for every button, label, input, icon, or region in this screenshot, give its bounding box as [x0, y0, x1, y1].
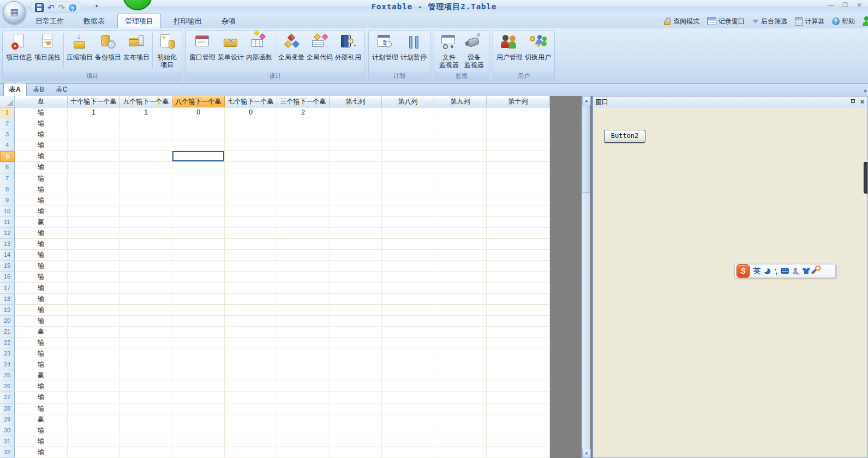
row-header[interactable]: 18 — [0, 294, 15, 305]
table-cell[interactable] — [487, 370, 550, 381]
column-header[interactable]: 九个输下一个赢 — [120, 96, 172, 107]
table-cell[interactable] — [172, 140, 225, 151]
vertical-scrollbar[interactable]: ▴ ▾ — [582, 96, 590, 458]
table-cell[interactable] — [68, 228, 120, 239]
table-cell[interactable] — [382, 305, 434, 316]
ribbon-button-global-variables[interactable]: 全局变量 — [277, 32, 306, 61]
table-cell[interactable] — [330, 414, 382, 425]
table-cell[interactable] — [382, 217, 434, 228]
column-header[interactable]: 八个输下一个赢 — [172, 96, 225, 107]
table-cell[interactable] — [172, 414, 225, 425]
table-cell[interactable] — [68, 381, 120, 392]
table-cell[interactable] — [330, 261, 382, 272]
table-cell[interactable] — [172, 447, 225, 458]
table-cell[interactable] — [330, 107, 382, 118]
table-cell[interactable] — [330, 425, 382, 436]
table-cell[interactable] — [68, 348, 120, 359]
table-cell[interactable] — [330, 239, 382, 250]
column-header[interactable]: 第十列 — [487, 96, 550, 107]
table-cell[interactable] — [487, 414, 550, 425]
row-header[interactable]: 21 — [0, 327, 15, 338]
table-cell[interactable]: 赢 — [15, 414, 68, 425]
table-cell[interactable]: 输 — [15, 283, 68, 294]
table-cell[interactable] — [382, 250, 434, 261]
table-cell[interactable] — [382, 294, 434, 305]
tab-manage-project[interactable]: 管理项目 — [117, 14, 161, 28]
row-header[interactable]: 31 — [0, 436, 15, 447]
review-mode-button[interactable]: 查阅模式 — [664, 17, 699, 26]
table-cell[interactable] — [68, 414, 120, 425]
table-cell[interactable] — [330, 436, 382, 447]
ribbon-button-schedule-manage[interactable]: 计划管理 — [371, 32, 399, 61]
keyboard-icon[interactable] — [781, 268, 789, 274]
ribbon-button-internal-functions[interactable]: 内部函数 — [245, 32, 273, 61]
table-cell[interactable] — [172, 250, 225, 261]
moon-icon[interactable] — [764, 268, 770, 274]
table-cell[interactable] — [434, 305, 487, 316]
column-header[interactable]: 七个输下一个赢 — [225, 96, 277, 107]
table-cell[interactable]: 输 — [15, 261, 68, 272]
close-button[interactable]: ✕ — [855, 2, 864, 9]
tab-daily-work[interactable]: 日常工作 — [28, 14, 71, 28]
column-header[interactable]: 第八列 — [382, 96, 434, 107]
table-cell[interactable]: 1 — [120, 107, 172, 118]
table-cell[interactable] — [68, 305, 120, 316]
row-header[interactable]: 5 — [0, 151, 15, 162]
edge-scroll-thumb[interactable] — [864, 162, 867, 194]
table-cell[interactable] — [330, 283, 382, 294]
ribbon-button-user-manage[interactable]: 用户管理 — [495, 32, 524, 61]
ribbon-button-external-reference[interactable]: 外部引用 — [334, 32, 362, 61]
table-cell[interactable] — [434, 370, 487, 381]
table-cell[interactable] — [120, 338, 172, 348]
table-cell[interactable] — [172, 403, 225, 414]
table-cell[interactable] — [225, 250, 277, 261]
table-cell[interactable] — [382, 239, 434, 250]
table-cell[interactable] — [120, 359, 172, 370]
row-header[interactable]: 27 — [0, 392, 15, 403]
scroll-down-button[interactable]: ▾ — [582, 449, 591, 458]
table-cell[interactable] — [277, 370, 330, 381]
row-header[interactable]: 20 — [0, 316, 15, 327]
table-cell[interactable] — [330, 338, 382, 348]
sogou-logo-icon[interactable]: S — [737, 264, 750, 278]
table-cell[interactable] — [330, 348, 382, 359]
table-cell[interactable] — [120, 206, 172, 217]
row-header[interactable]: 2 — [0, 118, 15, 129]
table-cell[interactable] — [434, 151, 487, 162]
table-cell[interactable] — [120, 129, 172, 140]
table-cell[interactable] — [68, 118, 120, 129]
table-cell[interactable] — [382, 414, 434, 425]
table-cell[interactable] — [434, 129, 487, 140]
table-cell[interactable]: 输 — [15, 447, 68, 458]
table-cell[interactable] — [225, 425, 277, 436]
table-cell[interactable] — [277, 261, 330, 272]
table-cell[interactable] — [277, 206, 330, 217]
table-cell[interactable] — [68, 436, 120, 447]
column-header[interactable]: 第九列 — [434, 96, 487, 107]
table-cell[interactable] — [225, 327, 277, 338]
table-cell[interactable] — [68, 316, 120, 327]
table-cell[interactable] — [487, 305, 550, 316]
table-cell[interactable]: 2 — [277, 107, 330, 118]
table-cell[interactable]: 输 — [15, 228, 68, 239]
table-cell[interactable] — [172, 206, 225, 217]
tab-data-table[interactable]: 数据表 — [76, 14, 112, 28]
table-cell[interactable] — [487, 195, 550, 206]
table-cell[interactable] — [330, 305, 382, 316]
table-cell[interactable]: 输 — [15, 425, 68, 436]
table-cell[interactable] — [277, 447, 330, 458]
table-cell[interactable] — [68, 425, 120, 436]
table-cell[interactable] — [330, 392, 382, 403]
row-header[interactable]: 30 — [0, 425, 15, 436]
table-cell[interactable] — [434, 228, 487, 239]
ime-mode-label[interactable]: 英 — [753, 266, 761, 276]
table-cell[interactable] — [120, 392, 172, 403]
table-cell[interactable] — [225, 173, 277, 184]
row-header[interactable]: 26 — [0, 381, 15, 392]
table-cell[interactable] — [172, 294, 225, 305]
table-cell[interactable] — [382, 107, 434, 118]
table-cell[interactable] — [487, 129, 550, 140]
table-cell[interactable] — [225, 206, 277, 217]
table-cell[interactable] — [330, 151, 382, 162]
table-cell[interactable] — [382, 261, 434, 272]
